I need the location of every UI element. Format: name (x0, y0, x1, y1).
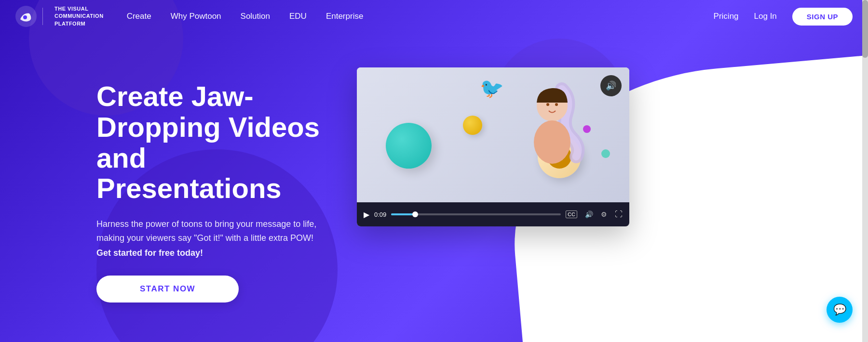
nav-signup-button[interactable]: SIGN UP (792, 8, 853, 26)
sound-icon: 🔊 (606, 80, 616, 91)
video-cc-icon[interactable]: CC (566, 210, 577, 218)
video-volume-icon[interactable]: 🔊 (585, 210, 593, 218)
nav-login[interactable]: Log In (754, 12, 777, 21)
nav-right: Pricing Log In SIGN UP (714, 8, 853, 26)
start-now-button[interactable]: START NOW (96, 276, 239, 303)
svg-point-5 (546, 103, 549, 106)
video-progress-dot (412, 211, 418, 217)
logo-tagline: THE VISUALCOMMUNICATIONPLATFORM (54, 5, 104, 27)
hero-text-block: Create Jaw-Dropping Videos and Presentat… (96, 62, 338, 303)
video-progress-fill (391, 213, 415, 215)
hero-cta-text: Get started for free today! (96, 248, 338, 258)
nav-pricing[interactable]: Pricing (714, 12, 739, 21)
logo-area: THE VISUALCOMMUNICATIONPLATFORM (15, 5, 104, 27)
nav-link-create[interactable]: Create (127, 12, 151, 21)
hero-title: Create Jaw-Dropping Videos and Presentat… (96, 81, 338, 204)
video-control-icons: CC 🔊 ⚙ ⛶ (566, 210, 623, 219)
video-content-area: 🔊 🐦 (357, 67, 629, 202)
video-bird: 🐦 (480, 77, 504, 100)
hero-description: Harness the power of toons to bring your… (96, 217, 338, 245)
video-person-area (504, 79, 600, 168)
scrollbar[interactable] (862, 0, 868, 342)
video-play-button[interactable]: ▶ (364, 210, 369, 219)
video-teal-ball (386, 123, 432, 169)
chat-button[interactable]: 💬 (827, 297, 853, 323)
nav-link-edu[interactable]: EDU (289, 12, 307, 21)
svg-point-1 (23, 15, 27, 19)
svg-point-4 (534, 120, 570, 164)
nav-link-why-powtoon[interactable]: Why Powtoon (171, 12, 221, 21)
chat-icon: 💬 (833, 303, 846, 316)
powtoon-logo-icon (15, 6, 37, 27)
svg-point-2 (27, 13, 30, 15)
logo-divider (42, 8, 43, 25)
video-chain-svg (504, 79, 600, 166)
scrollbar-thumb[interactable] (862, 0, 868, 58)
navbar: THE VISUALCOMMUNICATIONPLATFORM Create W… (0, 0, 868, 33)
video-time: 0:09 (374, 211, 386, 218)
nav-link-solution[interactable]: Solution (241, 12, 270, 21)
nav-link-enterprise[interactable]: Enterprise (326, 12, 363, 21)
nav-links: Create Why Powtoon Solution EDU Enterpri… (127, 12, 714, 21)
video-player: 🔊 🐦 (357, 67, 629, 226)
video-progress-track[interactable] (391, 213, 561, 215)
video-fullscreen-icon[interactable]: ⛶ (615, 210, 623, 219)
svg-point-6 (555, 103, 558, 106)
video-yellow-ball (463, 116, 482, 135)
video-settings-icon[interactable]: ⚙ (601, 210, 607, 218)
video-controls: ▶ 0:09 CC 🔊 ⚙ ⛶ (357, 202, 629, 226)
video-small-dot (601, 149, 610, 158)
sound-button[interactable]: 🔊 (600, 75, 622, 96)
